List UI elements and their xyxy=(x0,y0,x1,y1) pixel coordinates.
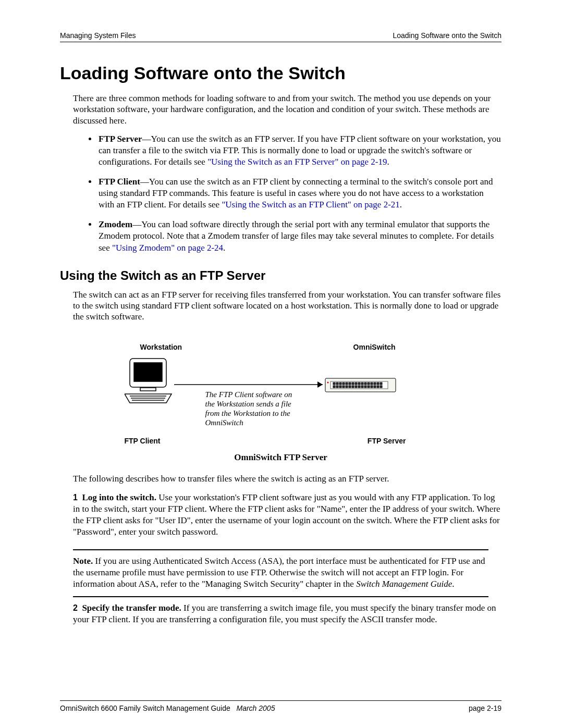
svg-rect-17 xyxy=(355,382,357,385)
diagram-svg xyxy=(125,353,437,447)
svg-rect-26 xyxy=(333,386,335,388)
arrow-icon xyxy=(174,381,323,388)
svg-rect-10 xyxy=(333,382,335,385)
svg-rect-19 xyxy=(361,382,363,385)
step-2: 2 Specify the transfer mode. If you are … xyxy=(73,602,501,625)
methods-list: FTP Server—You can use the switch as an … xyxy=(87,133,501,254)
note-italic: Switch Management Guide xyxy=(356,579,452,589)
svg-rect-32 xyxy=(352,386,354,388)
cross-ref-link[interactable]: "Using the Switch as an FTP Client" on p… xyxy=(222,200,399,209)
running-header: Managing System Files Loading Software o… xyxy=(60,31,501,42)
divider-top xyxy=(73,549,488,550)
intro-paragraph: There are three common methods for loadi… xyxy=(73,93,501,126)
svg-rect-31 xyxy=(349,386,351,388)
svg-rect-27 xyxy=(336,386,338,388)
header-left: Managing System Files xyxy=(60,31,136,40)
diagram: Workstation OmniSwitch FTP Client FTP Se… xyxy=(135,343,427,447)
svg-rect-20 xyxy=(364,382,366,385)
step-number: 2 xyxy=(73,603,78,612)
diagram-label-omniswitch: OmniSwitch xyxy=(353,343,396,351)
footer-left: OmniSwitch 6600 Family Switch Management… xyxy=(60,704,275,712)
step-bold: Log into the switch. xyxy=(82,492,156,502)
svg-rect-35 xyxy=(361,386,363,388)
svg-rect-29 xyxy=(342,386,345,388)
svg-rect-30 xyxy=(346,386,348,388)
svg-rect-2 xyxy=(140,388,156,391)
svg-rect-34 xyxy=(358,386,360,388)
svg-rect-14 xyxy=(346,382,348,385)
figure-title: OmniSwitch FTP Server xyxy=(60,452,501,463)
note-label: Note. xyxy=(73,556,93,566)
svg-rect-16 xyxy=(352,382,354,385)
step-1: 1 Log into the switch. Use your workstat… xyxy=(73,492,501,538)
footer-date: March 2005 xyxy=(236,704,275,712)
svg-rect-12 xyxy=(339,382,341,385)
diagram-label-workstation: Workstation xyxy=(140,343,182,351)
workstation-icon xyxy=(125,359,172,403)
divider-bottom xyxy=(73,596,488,597)
omniswitch-icon xyxy=(325,378,396,392)
svg-rect-39 xyxy=(374,386,376,388)
section-heading: Using the Switch as an FTP Server xyxy=(60,268,501,283)
cross-ref-link[interactable]: "Using Zmodem" on page 2-24 xyxy=(112,243,223,253)
list-item: FTP Client—You can use the switch as an … xyxy=(97,176,501,211)
note-block: Note. If you are using Authenticated Swi… xyxy=(73,556,488,590)
svg-rect-21 xyxy=(368,382,370,385)
bullet-bold: FTP Server xyxy=(99,134,142,144)
svg-rect-36 xyxy=(364,386,366,388)
svg-rect-22 xyxy=(371,382,373,385)
note-end: . xyxy=(452,579,454,589)
svg-marker-7 xyxy=(317,381,323,388)
list-item: FTP Server—You can use the switch as an … xyxy=(97,133,501,168)
svg-rect-37 xyxy=(368,386,370,388)
svg-rect-25 xyxy=(380,382,382,385)
svg-rect-1 xyxy=(134,363,162,381)
bullet-bold: Zmodem xyxy=(99,219,132,229)
svg-rect-38 xyxy=(371,386,373,388)
svg-rect-11 xyxy=(336,382,338,385)
section-paragraph: The switch can act as an FTP server for … xyxy=(73,289,501,323)
footer-title: OmniSwitch 6600 Family Switch Management… xyxy=(60,704,230,712)
page-container: Managing System Files Loading Software o… xyxy=(0,0,563,728)
svg-rect-13 xyxy=(342,382,345,385)
cross-ref-link[interactable]: "Using the Switch as an FTP Server" on p… xyxy=(207,157,387,167)
svg-rect-41 xyxy=(380,386,382,388)
bullet-bold: FTP Client xyxy=(99,177,140,187)
svg-point-42 xyxy=(327,382,328,384)
footer-page: page 2-19 xyxy=(469,704,501,712)
paragraph: The following describes how to transfer … xyxy=(73,473,501,484)
svg-rect-18 xyxy=(358,382,360,385)
svg-rect-24 xyxy=(377,382,379,385)
page-title: Loading Software onto the Switch xyxy=(60,63,501,83)
page-footer: OmniSwitch 6600 Family Switch Management… xyxy=(60,700,501,712)
step-bold: Specify the transfer mode. xyxy=(82,603,181,613)
svg-rect-15 xyxy=(349,382,351,385)
list-item: Zmodem—You can load software directly th… xyxy=(97,219,501,253)
svg-rect-23 xyxy=(374,382,376,385)
step-number: 1 xyxy=(73,493,78,502)
svg-rect-28 xyxy=(339,386,341,388)
header-right: Loading Software onto the Switch xyxy=(393,31,501,40)
svg-rect-33 xyxy=(355,386,357,388)
svg-rect-40 xyxy=(377,386,379,388)
